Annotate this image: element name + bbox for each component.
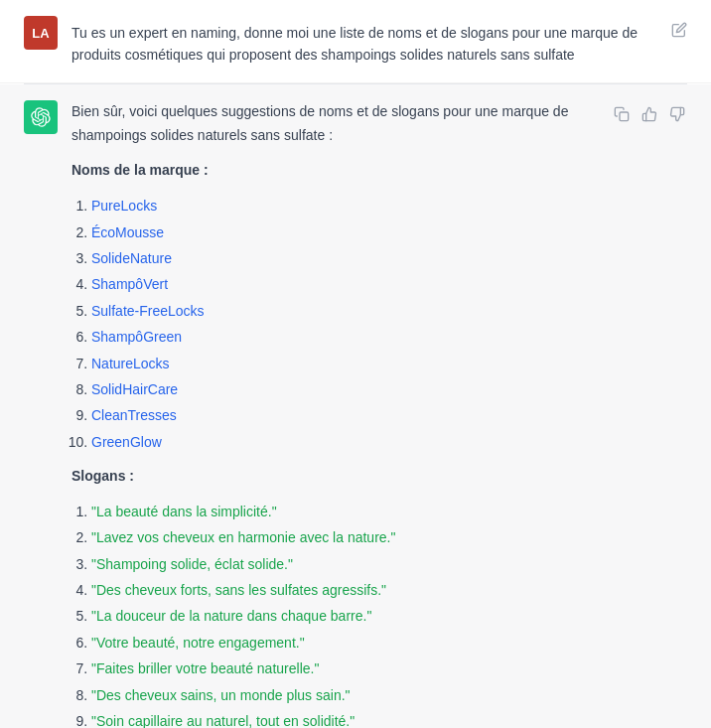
slogan-7: "Faites briller votre beauté naturelle." <box>91 660 319 676</box>
slogan-2: "Lavez vos cheveux en harmonie avec la n… <box>91 529 395 545</box>
slogan-8: "Des cheveux sains, un monde plus sain." <box>91 687 351 703</box>
thumbup-button[interactable] <box>640 104 659 124</box>
ai-content: Bien sûr, voici quelques suggestions de … <box>71 100 598 728</box>
list-item: Sulfate-FreeLocks <box>91 300 598 322</box>
list-item: "Lavez vos cheveux en harmonie avec la n… <box>91 526 598 548</box>
user-message: LA Tu es un expert en naming, donne moi … <box>0 0 711 83</box>
user-avatar: LA <box>24 16 58 50</box>
slogan-6: "Votre beauté, notre engagement." <box>91 635 305 651</box>
list-item: CleanTresses <box>91 404 598 426</box>
brand-name-9: CleanTresses <box>91 407 177 423</box>
list-item: "Soin capillaire au naturel, tout en sol… <box>91 710 598 728</box>
ai-intro: Bien sûr, voici quelques suggestions de … <box>71 100 598 148</box>
list-item: "Des cheveux forts, sans les sulfates ag… <box>91 579 598 601</box>
list-item: SolidHairCare <box>91 378 598 400</box>
user-initials: LA <box>32 26 49 41</box>
list-item: GreenGlow <box>91 431 598 453</box>
brand-name-1: PureLocks <box>91 198 157 214</box>
brand-name-7: NatureLocks <box>91 356 170 371</box>
edit-button[interactable] <box>671 16 687 41</box>
list-item: "Shampoing solide, éclat solide." <box>91 553 598 575</box>
list-item: ÉcoMousse <box>91 221 598 243</box>
user-message-text: Tu es un expert en naming, donne moi une… <box>71 25 638 63</box>
list-item: "Faites briller votre beauté naturelle." <box>91 657 598 679</box>
brand-name-4: ShampôVert <box>91 276 168 292</box>
chat-container: LA Tu es un expert en naming, donne moi … <box>0 0 711 728</box>
list-item: "La douceur de la nature dans chaque bar… <box>91 605 598 627</box>
list-item: ShampôVert <box>91 273 598 295</box>
slogan-4: "Des cheveux forts, sans les sulfates ag… <box>91 582 386 598</box>
slogan-5: "La douceur de la nature dans chaque bar… <box>91 608 371 624</box>
slogan-9: "Soin capillaire au naturel, tout en sol… <box>91 713 355 728</box>
slogan-1: "La beauté dans la simplicité." <box>91 504 277 519</box>
list-item: "La beauté dans la simplicité." <box>91 501 598 522</box>
brand-name-10: GreenGlow <box>91 434 162 450</box>
slogan-3: "Shampoing solide, éclat solide." <box>91 556 293 572</box>
list-item: SolideNature <box>91 247 598 269</box>
brand-name-3: SolideNature <box>91 250 172 266</box>
brands-list: PureLocks ÉcoMousse SolideNature ShampôV… <box>71 195 598 453</box>
list-item: PureLocks <box>91 195 598 217</box>
list-item: ShampôGreen <box>91 326 598 348</box>
ai-actions <box>612 100 687 124</box>
ai-message: Bien sûr, voici quelques suggestions de … <box>0 84 711 728</box>
user-text: Tu es un expert en naming, donne moi une… <box>71 16 657 67</box>
list-item: "Votre beauté, notre engagement." <box>91 632 598 654</box>
brand-name-5: Sulfate-FreeLocks <box>91 303 205 319</box>
slogans-title: Slogans : <box>71 465 598 489</box>
copy-button[interactable] <box>612 104 632 124</box>
list-item: "Des cheveux sains, un monde plus sain." <box>91 684 598 706</box>
brand-name-2: ÉcoMousse <box>91 224 164 240</box>
brands-title: Noms de la marque : <box>71 159 598 183</box>
slogans-list: "La beauté dans la simplicité." "Lavez v… <box>71 501 598 728</box>
brand-name-6: ShampôGreen <box>91 329 182 345</box>
ai-avatar <box>24 100 58 134</box>
svg-rect-0 <box>620 112 629 121</box>
brand-name-8: SolidHairCare <box>91 381 178 397</box>
list-item: NatureLocks <box>91 353 598 374</box>
thumbdown-button[interactable] <box>667 104 687 124</box>
